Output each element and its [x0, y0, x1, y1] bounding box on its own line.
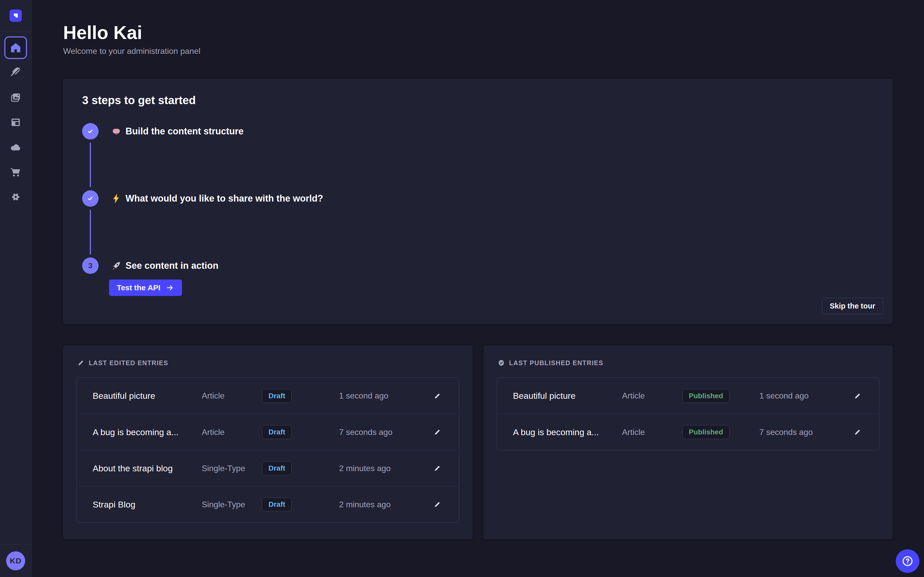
- last-published-title: LAST PUBLISHED ENTRIES: [509, 359, 603, 367]
- last-published-table: Beautiful picture Article Published 1 se…: [497, 377, 880, 450]
- status-badge: Draft: [262, 389, 292, 403]
- pencil-icon: [853, 428, 862, 437]
- entries-row: LAST EDITED ENTRIES Beautiful picture Ar…: [63, 346, 893, 539]
- last-published-card: LAST PUBLISHED ENTRIES Beautiful picture…: [483, 346, 893, 539]
- pencil-icon: [433, 500, 441, 509]
- guided-tour-title: 3 steps to get started: [82, 94, 874, 107]
- help-button[interactable]: [896, 549, 919, 573]
- entry-type: Article: [622, 391, 682, 401]
- page-subtitle: Welcome to your administration panel: [63, 47, 893, 56]
- entry-time: 1 second ago: [339, 391, 426, 401]
- check-circle-icon: [498, 359, 505, 367]
- sidebar-footer: KD: [0, 545, 31, 577]
- step-connector: [90, 210, 91, 255]
- entry-title: A bug is becoming a...: [93, 427, 202, 437]
- page-title: Hello Kai: [63, 23, 893, 43]
- sidebar-item-content-type-builder[interactable]: [4, 61, 27, 84]
- status-badge: Published: [682, 389, 730, 403]
- edit-entry-button[interactable]: [432, 499, 443, 510]
- test-api-label: Test the API: [117, 284, 160, 292]
- sidebar-item-cloud[interactable]: [4, 136, 27, 158]
- lightning-icon: [111, 193, 121, 204]
- skip-tour-button[interactable]: Skip the tour: [822, 298, 883, 314]
- entry-title: A bug is becoming a...: [513, 427, 622, 437]
- main-content: Hello Kai Welcome to your administration…: [32, 0, 924, 539]
- entry-title: Beautiful picture: [93, 391, 202, 401]
- status-badge: Draft: [262, 498, 292, 511]
- entry-time: 7 seconds ago: [759, 427, 847, 437]
- check-icon: [86, 194, 95, 203]
- last-edited-card: LAST EDITED ENTRIES Beautiful picture Ar…: [63, 346, 473, 539]
- pencil-icon: [77, 359, 85, 367]
- last-edited-title: LAST EDITED ENTRIES: [89, 359, 168, 367]
- pencil-icon: [433, 392, 441, 400]
- tour-step: 2 What would: [82, 190, 874, 258]
- step-connector: [90, 143, 91, 187]
- edit-entry-button[interactable]: [852, 390, 863, 401]
- cloud-icon: [10, 141, 22, 153]
- logo-section: [0, 0, 31, 32]
- sidebar: KD: [0, 0, 32, 577]
- entry-type: Article: [622, 427, 682, 437]
- images-icon: [10, 91, 22, 103]
- entry-type: Single-Type: [202, 500, 262, 509]
- entry-title: Beautiful picture: [513, 391, 622, 401]
- step-indicator: 3: [82, 258, 99, 274]
- gear-icon: [10, 191, 22, 203]
- strapi-logo-icon: [11, 11, 20, 20]
- step-label: What would you like to share with the wo…: [126, 193, 323, 204]
- tour-step: 3: [82, 258, 874, 274]
- step-label: Build the content structure: [126, 126, 244, 137]
- status-badge: Draft: [262, 425, 292, 439]
- step-indicator: 2: [82, 190, 99, 207]
- entry-time: 7 seconds ago: [339, 427, 426, 437]
- brain-icon: [111, 126, 121, 137]
- table-row[interactable]: Beautiful picture Article Published 1 se…: [497, 378, 879, 414]
- pencil-icon: [853, 392, 862, 400]
- test-api-button[interactable]: Test the API: [109, 279, 182, 296]
- last-edited-table: Beautiful picture Article Draft 1 second…: [76, 377, 459, 523]
- cart-icon: [10, 166, 22, 178]
- entry-time: 2 minutes ago: [339, 500, 426, 509]
- guided-tour-card: 3 steps to get started 1: [63, 79, 893, 324]
- sidebar-nav: [4, 36, 27, 208]
- arrow-right-icon: [166, 284, 174, 292]
- table-row[interactable]: Beautiful picture Article Draft 1 second…: [77, 378, 459, 414]
- edit-entry-button[interactable]: [852, 427, 863, 438]
- table-row[interactable]: Strapi Blog Single-Type Draft 2 minutes …: [77, 486, 459, 522]
- edit-entry-button[interactable]: [432, 463, 443, 474]
- entry-time: 1 second ago: [759, 391, 847, 401]
- step-label: See content in action: [126, 260, 218, 271]
- sidebar-item-home[interactable]: [4, 36, 27, 59]
- step-indicator: 1: [82, 123, 99, 140]
- question-icon: [901, 555, 914, 567]
- avatar[interactable]: KD: [6, 551, 25, 571]
- table-row[interactable]: A bug is becoming a... Article Published…: [497, 414, 879, 450]
- sidebar-item-settings[interactable]: [4, 186, 27, 208]
- sidebar-item-media-library[interactable]: [4, 86, 27, 109]
- strapi-logo[interactable]: [10, 10, 22, 22]
- edit-entry-button[interactable]: [432, 390, 443, 401]
- feather-icon: [10, 66, 22, 79]
- rocket-icon: [111, 261, 121, 271]
- guided-tour-steps: 1: [82, 123, 874, 274]
- status-badge: Published: [682, 425, 730, 439]
- entry-title: Strapi Blog: [93, 500, 202, 509]
- entry-title: About the strapi blog: [93, 463, 202, 474]
- entry-time: 2 minutes ago: [339, 464, 426, 473]
- step-number: 3: [88, 261, 93, 270]
- edit-entry-button[interactable]: [432, 427, 443, 438]
- table-row[interactable]: A bug is becoming a... Article Draft 7 s…: [77, 414, 459, 450]
- sidebar-item-content-manager[interactable]: [4, 111, 27, 134]
- layout-icon: [10, 116, 22, 129]
- entry-type: Single-Type: [202, 464, 262, 473]
- entry-type: Article: [202, 427, 262, 437]
- tour-step: 1: [82, 123, 874, 190]
- pencil-icon: [433, 464, 441, 472]
- table-row[interactable]: About the strapi blog Single-Type Draft …: [77, 450, 459, 486]
- pencil-icon: [433, 428, 441, 437]
- check-icon: [86, 127, 95, 135]
- sidebar-item-marketplace[interactable]: [4, 161, 27, 183]
- entry-type: Article: [202, 391, 262, 401]
- home-icon: [10, 42, 22, 54]
